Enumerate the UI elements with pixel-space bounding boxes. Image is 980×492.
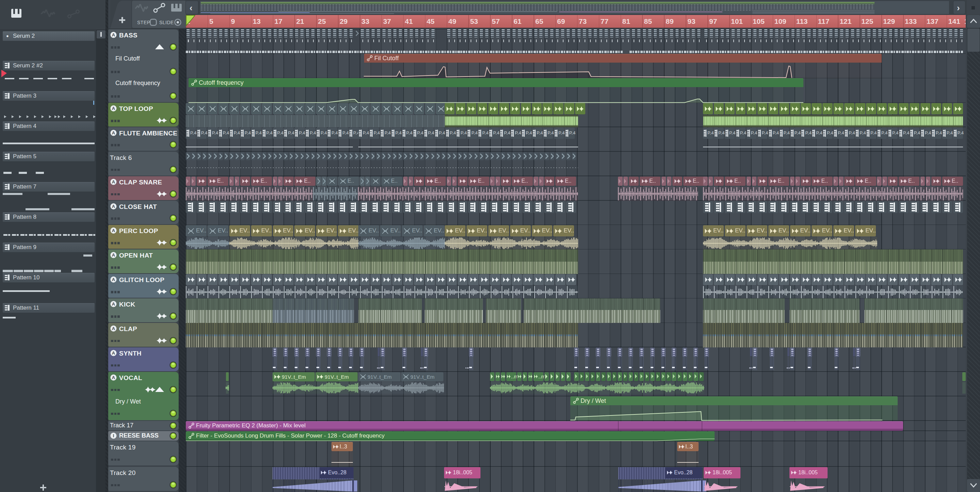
svg-text:A: A	[112, 301, 115, 307]
svg-text:A: A	[112, 130, 115, 135]
svg-text:A: A	[112, 350, 115, 355]
svg-text:A: A	[112, 106, 115, 111]
svg-text:A: A	[112, 204, 115, 209]
svg-text:A: A	[112, 228, 115, 233]
svg-text:A: A	[112, 32, 115, 37]
svg-text:A: A	[112, 252, 115, 258]
svg-text:A: A	[112, 326, 115, 331]
svg-text:A: A	[112, 375, 115, 380]
svg-text:l: l	[113, 433, 115, 438]
svg-text:A: A	[112, 179, 115, 185]
svg-text:A: A	[112, 277, 115, 282]
